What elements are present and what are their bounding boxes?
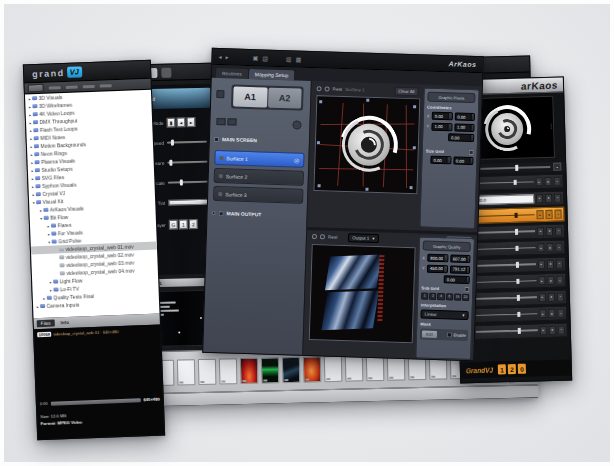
channel-play-button[interactable]: ▸ [539, 309, 546, 318]
media-cell[interactable] [366, 354, 385, 380]
channel-stop-button[interactable]: ▪ [556, 259, 563, 268]
value-field[interactable]: 607.00 [450, 254, 471, 263]
checkbox-icon[interactable] [214, 136, 219, 141]
mode-label[interactable]: Real [333, 86, 343, 91]
list-view-icon[interactable]: ▤ [262, 54, 268, 61]
value-field[interactable]: 0.00 [448, 133, 474, 142]
channel-loop-button[interactable]: ● [545, 193, 552, 202]
channel-loop-button[interactable]: ● [549, 325, 556, 334]
grip-icon[interactable]: ⋮ [548, 122, 554, 129]
link-checkbox-icon[interactable] [464, 286, 469, 291]
media-cell[interactable] [198, 358, 217, 384]
surface-item[interactable]: Surface 3 ◎ [213, 186, 303, 204]
layer-button[interactable]: 1 [179, 219, 188, 229]
media-cell[interactable] [303, 356, 322, 382]
channel-play-button[interactable]: ▸ [538, 260, 545, 269]
channel-loop-button[interactable]: ● [547, 259, 554, 268]
output-button[interactable]: A2 [268, 88, 302, 109]
zoom-in-icon[interactable] [320, 234, 325, 239]
channel-play-button[interactable]: ▸ [536, 210, 543, 219]
channel-play-button[interactable]: ▸ [539, 293, 546, 302]
value-field[interactable]: 450.00 [427, 264, 448, 273]
channel-slider[interactable] [475, 313, 537, 316]
mesh-handle[interactable] [319, 100, 322, 103]
mesh-handle[interactable] [317, 141, 320, 144]
channel-play-button[interactable]: ▸ [536, 177, 543, 186]
panels-icon[interactable]: ▦ [295, 55, 301, 62]
camera-icon[interactable] [28, 84, 44, 93]
spinner-icon[interactable] [446, 157, 450, 163]
channel-slider[interactable] [475, 297, 537, 300]
value-field[interactable]: 791.12 [449, 265, 470, 274]
channel-loop-button[interactable]: ● [546, 243, 553, 252]
spinner-icon[interactable] [448, 113, 452, 119]
value-field[interactable]: 800.00 [427, 254, 448, 263]
enable-checkbox-icon[interactable] [446, 332, 451, 337]
speed-slider[interactable] [167, 141, 207, 144]
media-cell[interactable] [219, 358, 238, 384]
channel-strip[interactable]: ʙ ▸ ● ▪ [461, 305, 567, 323]
channel-stop-button[interactable]: ▪ [554, 193, 561, 202]
channel-loop-button[interactable]: ● [548, 309, 555, 318]
play-mode-button[interactable]: ▸ [186, 117, 195, 127]
toolbar-item[interactable] [49, 86, 61, 89]
target-icon[interactable]: ◎ [294, 156, 299, 163]
channel-stop-button[interactable]: ▪ [555, 243, 562, 252]
graphic-pixels-pill[interactable]: Graphic Pixels [427, 92, 475, 104]
radio-icon[interactable] [212, 211, 216, 215]
channel-play-button[interactable]: ▸ [536, 194, 543, 203]
channel-stop-button[interactable]: ▪ [555, 226, 562, 235]
mask-edit-button[interactable]: Edit [422, 330, 437, 337]
master-stop-button[interactable]: ▪ [553, 163, 561, 171]
toolbar-item[interactable] [66, 85, 78, 88]
channel-strip[interactable]: ʙ ▸ ● ▪ [461, 289, 567, 307]
spinner-icon[interactable] [469, 158, 473, 164]
value-field[interactable]: 0.00 [453, 156, 474, 165]
media-cell[interactable] [177, 359, 196, 385]
zoom-in-icon[interactable] [325, 86, 330, 91]
channel-loop-button[interactable]: ● [546, 226, 553, 235]
remove-surface-button[interactable] [227, 118, 236, 125]
value-field[interactable]: 1.00 [431, 122, 452, 131]
forward-icon[interactable]: ▸ [225, 53, 228, 60]
scrub-slider[interactable] [51, 398, 141, 405]
value-field[interactable]: 0.00 [444, 275, 470, 284]
checkbox-icon[interactable] [219, 211, 224, 216]
channel-value-field[interactable]: 120.0 [472, 194, 534, 205]
surface-item[interactable]: Surface 1 ◎ [214, 150, 304, 168]
fullscreen-button[interactable] [161, 68, 171, 78]
mesh-handle[interactable] [365, 188, 368, 191]
channel-stop-button[interactable]: ▪ [554, 177, 561, 186]
back-icon[interactable]: ◂ [218, 53, 221, 60]
zoom-out-icon[interactable] [317, 86, 322, 91]
tab-info[interactable]: Info [56, 319, 73, 327]
spinner-icon[interactable] [470, 135, 474, 141]
lock-button[interactable] [216, 90, 224, 98]
channel-slider[interactable] [474, 247, 536, 250]
channel-play-button[interactable]: ▸ [537, 243, 544, 252]
media-cell[interactable] [261, 357, 280, 383]
value-field[interactable]: 1.00 [454, 123, 475, 132]
value-field[interactable]: 0.00 [454, 112, 475, 121]
channel-slider[interactable] [472, 181, 534, 184]
add-surface-button[interactable] [216, 118, 225, 125]
link-checkbox-icon[interactable] [469, 150, 474, 155]
tint-color-bar[interactable] [168, 199, 210, 206]
media-cell[interactable] [282, 356, 301, 382]
tab-files[interactable]: Files [37, 320, 55, 328]
layer-button[interactable]: G [169, 220, 178, 230]
spinner-icon[interactable] [443, 266, 447, 272]
channel-loop-button[interactable]: ● [545, 210, 552, 219]
spinner-icon[interactable] [470, 114, 474, 120]
play-mode-button[interactable]: ▮ [166, 118, 175, 128]
value-field[interactable]: 0.00 [430, 156, 451, 165]
channel-play-button[interactable]: ▸ [538, 276, 545, 285]
clear-all-button[interactable]: Clear All [394, 86, 419, 96]
channel-stop-button[interactable]: ▪ [554, 210, 561, 219]
options-button[interactable] [292, 120, 301, 129]
media-cell[interactable] [240, 357, 259, 383]
mesh-handle[interactable] [409, 186, 412, 189]
subgrid-button[interactable]: 1 [421, 292, 428, 299]
play-mode-button[interactable]: ◂ [176, 117, 185, 127]
mesh-handle[interactable] [413, 105, 416, 108]
